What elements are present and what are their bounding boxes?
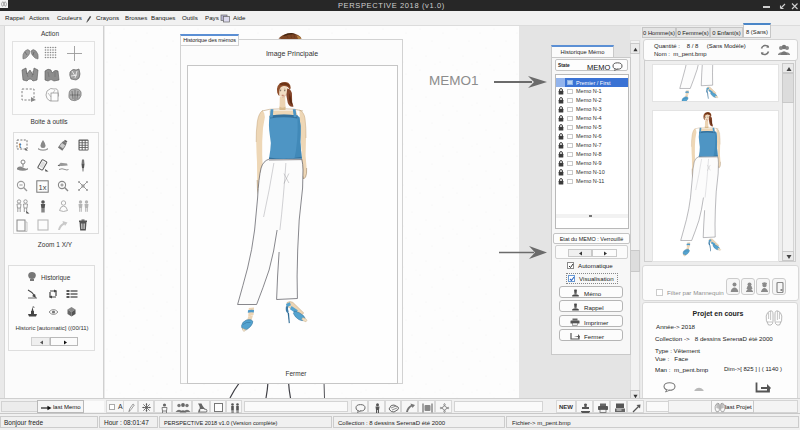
svg-text:t: t	[19, 141, 22, 150]
svg-text:1x: 1x	[39, 182, 47, 191]
